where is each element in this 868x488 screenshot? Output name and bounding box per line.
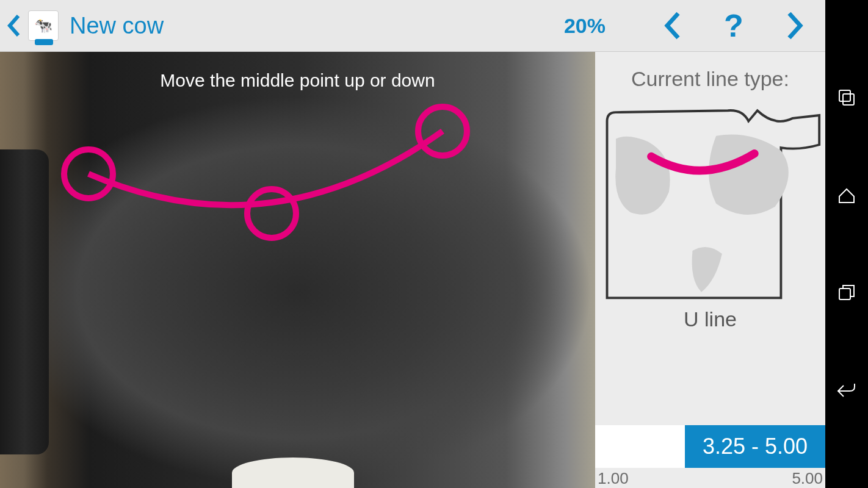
range-max: 5.00 <box>792 469 823 488</box>
help-button[interactable]: ? <box>703 0 764 52</box>
range-selected[interactable]: 3.25 - 5.00 <box>685 425 825 468</box>
app-icon: 🐄 <box>28 10 59 41</box>
progress-percentage: 20% <box>564 14 606 38</box>
multiwindow-button[interactable] <box>834 281 859 305</box>
svg-rect-0 <box>839 90 850 101</box>
cow-icon: 🐄 <box>34 17 52 34</box>
system-navbar <box>825 0 868 488</box>
curve-overlay[interactable] <box>0 52 595 488</box>
svg-rect-2 <box>839 289 850 300</box>
back-button[interactable] <box>0 13 28 38</box>
question-icon: ? <box>724 7 743 44</box>
recent-icon <box>837 88 856 107</box>
middle-handle[interactable] <box>247 189 296 238</box>
multiwindow-icon <box>837 284 856 302</box>
app-content: 🐄 New cow 20% ? Move the middle point up… <box>0 0 825 488</box>
line-name: U line <box>595 307 825 331</box>
svg-rect-1 <box>843 94 854 105</box>
header-bar: 🐄 New cow 20% ? <box>0 0 825 52</box>
next-button[interactable] <box>764 0 825 52</box>
back-system-button[interactable] <box>834 378 859 403</box>
range-min: 1.00 <box>598 469 629 488</box>
home-icon <box>837 185 856 205</box>
line-type-label: Current line type: <box>595 67 825 91</box>
prev-button[interactable] <box>642 0 703 52</box>
range-unselected[interactable] <box>595 425 685 468</box>
cow-photo[interactable]: Move the middle point up or down <box>0 52 595 488</box>
score-range: 3.25 - 5.00 1.00 5.00 <box>595 425 825 488</box>
page-title: New cow <box>70 13 164 39</box>
back-icon <box>836 382 857 399</box>
cow-diagram <box>598 100 822 301</box>
side-panel: Current line type: U line 3.25 - 5.00 1.… <box>595 52 825 488</box>
main-content: Move the middle point up or down Current… <box>0 52 825 488</box>
recent-apps-button[interactable] <box>834 85 859 110</box>
home-button[interactable] <box>834 183 859 207</box>
